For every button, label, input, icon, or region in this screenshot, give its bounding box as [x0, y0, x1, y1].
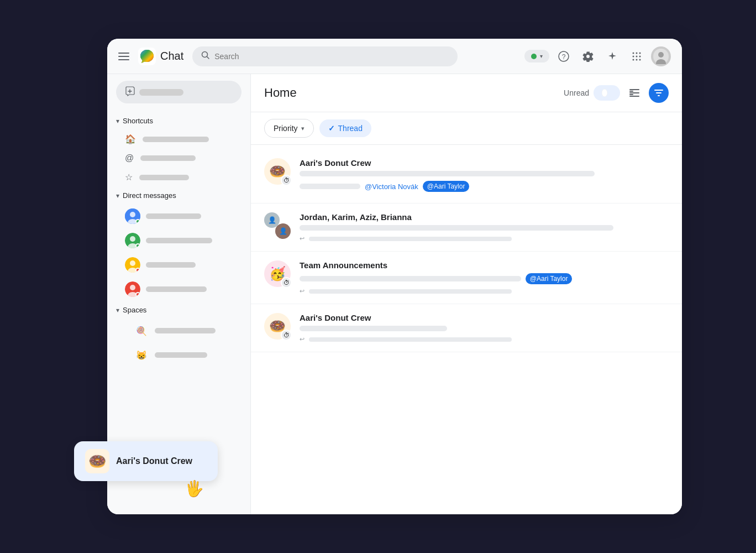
thread-check-icon: ✓ [328, 124, 335, 133]
dm-avatar-4 [125, 281, 140, 297]
search-input[interactable] [214, 52, 449, 61]
thread-reply-2: ↩ [300, 235, 669, 242]
dm-item-3[interactable] [107, 253, 250, 277]
online-badge-2 [135, 243, 140, 248]
mentions-icon: @ [125, 153, 134, 163]
thread-item-4[interactable]: 🍩 ⏱ Aari's Donut Crew ↩ [251, 304, 682, 352]
search-bar[interactable] [192, 46, 458, 66]
reply-icon-3: ↩ [300, 288, 305, 295]
svg-rect-36 [629, 91, 633, 92]
space-name-1 [155, 328, 216, 333]
reply-bar-2 [309, 237, 512, 241]
svg-text:?: ? [562, 53, 566, 61]
group-avatar-br-2: 👤 [275, 223, 291, 239]
status-indicator[interactable]: ▾ [524, 50, 549, 62]
thread-badge-4: ⏱ [281, 330, 292, 341]
mention-bar-1 [300, 184, 360, 189]
mention-chip-victoria: @Victoria Novák [365, 182, 418, 191]
thread-item-1[interactable]: 🍩 ⏱ Aari's Donut Crew @Victoria Novák @A… [251, 149, 682, 204]
thread-pill[interactable]: ✓ Thread [319, 119, 371, 137]
main-panel: Home Unread [251, 74, 682, 514]
help-button[interactable]: ? [554, 46, 574, 66]
svg-rect-34 [629, 92, 639, 93]
unread-label: Unread [564, 88, 589, 97]
thread-avatar-wrap-2: 👤 👤 [264, 212, 291, 239]
dm-item-4[interactable] [107, 277, 250, 301]
thread-avatar-wrap-3: 🥳 ⏱ [264, 260, 291, 287]
dm-name-4 [146, 286, 207, 292]
reply-bar-4 [309, 337, 512, 342]
sidebar-item-home[interactable]: 🏠 [107, 129, 246, 149]
spaces-label: Spaces [123, 306, 146, 314]
svg-point-11 [636, 55, 638, 57]
thread-preview-2 [300, 225, 613, 231]
space-item-2[interactable]: 😸 [107, 343, 250, 367]
space-name-2 [155, 352, 207, 358]
thread-badge-1: ⏱ [281, 175, 292, 186]
new-chat-icon [125, 86, 135, 98]
status-dot [531, 54, 537, 59]
thread-item-2[interactable]: 👤 👤 Jordan, Karim, Aziz, Brianna ↩ [251, 204, 682, 252]
dm-avatar-2 [125, 233, 140, 248]
thread-avatar-wrap-4: 🍩 ⏱ [264, 313, 291, 340]
sparkle-button[interactable] [602, 46, 622, 66]
dm-item-1[interactable] [107, 204, 250, 228]
list-view-button[interactable] [624, 83, 644, 103]
new-chat-button[interactable] [116, 81, 242, 103]
nav-home-label [143, 137, 209, 142]
shortcuts-label: Shortcuts [123, 117, 153, 125]
priority-pill[interactable]: Priority ▾ [264, 119, 314, 138]
sidebar-item-mentions[interactable]: @ [107, 149, 246, 168]
svg-rect-0 [118, 53, 129, 54]
floating-card-title: Aari's Donut Crew [116, 456, 192, 466]
nav-mentions-label [140, 155, 196, 161]
top-bar: Chat ▾ ? [107, 39, 682, 74]
filter-button[interactable] [649, 83, 669, 103]
svg-rect-33 [629, 89, 639, 90]
thread-content-2: Jordan, Karim, Aziz, Brianna ↩ [300, 212, 669, 242]
dm-section-header[interactable]: ▾ Direct messages [107, 187, 250, 204]
space-item-1[interactable]: 🍭 [107, 319, 250, 343]
svg-point-12 [639, 55, 641, 57]
space-icon-2: 😸 [134, 347, 149, 363]
svg-point-9 [639, 52, 641, 54]
thread-reply-3: ↩ [300, 288, 669, 295]
app-logo: Chat [138, 48, 183, 65]
spaces-section-header[interactable]: ▾ Spaces [107, 301, 250, 319]
mention-chip-aari-3: @Aari Taylor [526, 273, 573, 284]
online-badge-1 [135, 219, 140, 224]
thread-preview-1 [300, 171, 595, 176]
floating-card[interactable]: 🍩 Aari's Donut Crew [74, 441, 218, 481]
settings-button[interactable] [578, 46, 598, 66]
svg-point-20 [130, 212, 135, 217]
status-chevron-icon: ▾ [540, 53, 543, 59]
mention-bar-3 [300, 276, 521, 281]
svg-point-17 [658, 52, 664, 58]
sidebar-item-starred[interactable]: ☆ [107, 168, 246, 187]
thread-mentions-3: @Aari Taylor [300, 273, 669, 284]
reply-icon-4: ↩ [300, 336, 305, 343]
thread-content-4: Aari's Donut Crew ↩ [300, 313, 669, 343]
floating-card-icon: 🍩 [85, 449, 109, 473]
dm-chevron-icon: ▾ [116, 192, 119, 200]
svg-point-10 [633, 55, 634, 57]
shortcuts-section-header[interactable]: ▾ Shortcuts [107, 112, 250, 129]
user-avatar[interactable] [651, 46, 671, 66]
grid-button[interactable] [627, 46, 647, 66]
mention-chip-aari: @Aari Taylor [423, 181, 470, 192]
thread-mentions-1: @Victoria Novák @Aari Taylor [300, 181, 669, 192]
thread-content-1: Aari's Donut Crew @Victoria Novák @Aari … [300, 158, 669, 194]
unread-toggle[interactable] [594, 85, 620, 101]
starred-icon: ☆ [125, 172, 133, 182]
thread-preview-4 [300, 326, 447, 331]
svg-rect-1 [118, 56, 129, 57]
thread-reply-4: ↩ [300, 336, 669, 343]
home-icon: 🏠 [125, 134, 136, 144]
menu-icon[interactable] [118, 51, 129, 62]
thread-item-3[interactable]: 🥳 ⏱ Team Announcements @Aari Taylor ↩ [251, 252, 682, 304]
dm-name-1 [146, 213, 201, 219]
thread-avatar-group-2: 👤 👤 [264, 212, 291, 239]
dm-label: Direct messages [123, 191, 176, 200]
thread-name-1: Aari's Donut Crew [300, 158, 669, 168]
dm-item-2[interactable] [107, 228, 250, 253]
